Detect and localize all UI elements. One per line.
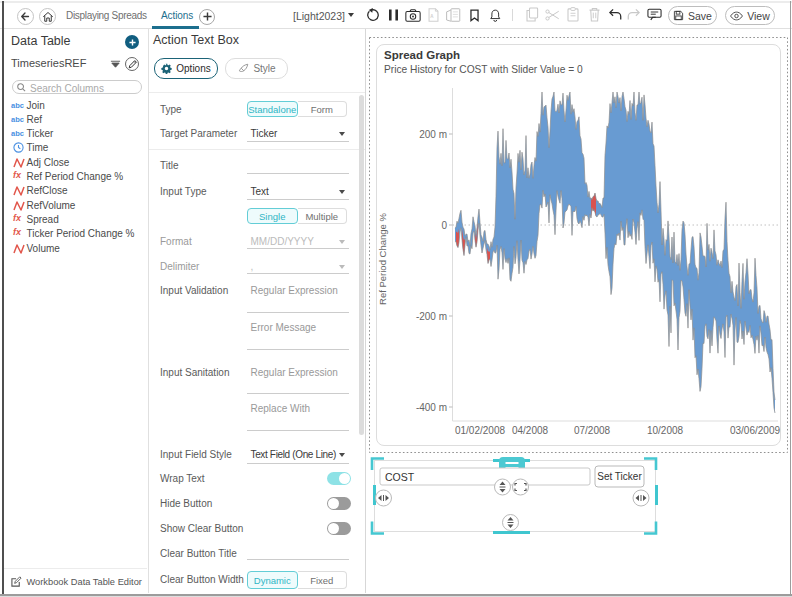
svg-text:Ref Period Change %: Ref Period Change % (377, 213, 388, 305)
svg-text:COST: COST (385, 471, 415, 483)
svg-text:A: A (430, 14, 434, 19)
svg-text:-200 m: -200 m (416, 311, 447, 322)
svg-text:Price History for COST with Sl: Price History for COST with Slider Value… (384, 64, 583, 75)
svg-text:Spread Graph: Spread Graph (384, 49, 460, 61)
svg-text:10/2008: 10/2008 (647, 425, 684, 436)
svg-text:04/2008: 04/2008 (512, 425, 549, 436)
svg-text:200 m: 200 m (419, 129, 447, 140)
svg-text:0: 0 (441, 220, 447, 231)
svg-text:-400 m: -400 m (416, 402, 447, 413)
svg-text:07/2008: 07/2008 (574, 425, 611, 436)
svg-text:03/06/2009: 03/06/2009 (730, 425, 780, 436)
svg-text:Set Ticker: Set Ticker (597, 471, 642, 482)
svg-text:01/02/2008: 01/02/2008 (455, 425, 505, 436)
